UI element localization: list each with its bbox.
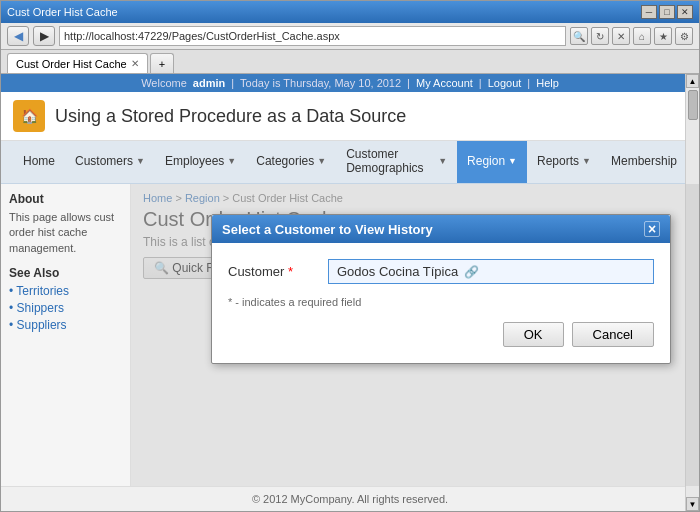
page-content: Welcome admin | Today is Thursday, May 1… <box>1 74 699 511</box>
nav-bar: Home Customers ▼ Employees ▼ Categories … <box>1 141 699 184</box>
site-header: 🏠 Using a Stored Procedure as a Data Sou… <box>1 92 699 141</box>
tab-close-button[interactable]: ✕ <box>131 58 139 69</box>
nav-customer-demographics[interactable]: Customer Demographics ▼ <box>336 141 457 183</box>
required-note: * - indicates a required field <box>228 296 654 308</box>
cancel-button[interactable]: Cancel <box>572 322 654 347</box>
dialog-buttons: OK Cancel <box>228 322 654 347</box>
forward-button[interactable]: ▶ <box>33 26 55 46</box>
title-bar-left: Cust Order Hist Cache <box>7 6 118 18</box>
customer-input[interactable]: Godos Cocina Típica 🔗 <box>328 259 654 284</box>
tab-label: Cust Order Hist Cache <box>16 58 127 70</box>
help-link[interactable]: Help <box>536 77 559 89</box>
main-area: Home > Region > Cust Order Hist Cache Cu… <box>131 184 699 486</box>
separator4: | <box>527 77 530 89</box>
customer-value: Godos Cocina Típica <box>337 264 458 279</box>
date-text: Today is Thursday, May 10, 2012 <box>240 77 401 89</box>
page-inner: Welcome admin | Today is Thursday, May 1… <box>1 74 699 511</box>
site-logo: 🏠 <box>13 100 45 132</box>
top-info-bar: Welcome admin | Today is Thursday, May 1… <box>1 74 699 92</box>
sidebar-about-section: About This page allows cust order hist c… <box>9 192 122 256</box>
region-arrow: ▼ <box>508 156 517 166</box>
browser-title: Cust Order Hist Cache <box>7 6 118 18</box>
sidebar-link-suppliers[interactable]: Suppliers <box>9 318 122 332</box>
dialog-header: Select a Customer to View History × <box>212 215 670 243</box>
employees-arrow: ▼ <box>227 156 236 166</box>
separator1: | <box>231 77 234 89</box>
title-bar: Cust Order Hist Cache ─ □ ✕ <box>1 1 699 23</box>
nav-reports[interactable]: Reports ▼ <box>527 141 601 183</box>
sidebar-link-territories[interactable]: Territories <box>9 284 122 298</box>
favorites-icon[interactable]: ★ <box>654 27 672 45</box>
reports-arrow: ▼ <box>582 156 591 166</box>
customer-label-text: Customer <box>228 264 284 279</box>
customer-label: Customer * <box>228 264 328 279</box>
refresh-icon[interactable]: ↻ <box>591 27 609 45</box>
content-area: About This page allows cust order hist c… <box>1 184 699 486</box>
customer-field: Customer * Godos Cocina Típica 🔗 <box>228 259 654 284</box>
nav-membership[interactable]: Membership <box>601 141 687 183</box>
sidebar: About This page allows cust order hist c… <box>1 184 131 486</box>
browser-tab[interactable]: Cust Order Hist Cache ✕ <box>7 53 148 73</box>
demographics-arrow: ▼ <box>438 156 447 166</box>
separator3: | <box>479 77 482 89</box>
nav-region[interactable]: Region ▼ <box>457 141 527 183</box>
customers-arrow: ▼ <box>136 156 145 166</box>
ok-button[interactable]: OK <box>503 322 564 347</box>
footer-text: © 2012 MyCompany. All rights reserved. <box>252 493 448 505</box>
dialog-close-button[interactable]: × <box>644 221 660 237</box>
address-bar[interactable]: http://localhost:47229/Pages/CustOrderHi… <box>59 26 566 46</box>
sidebar-see-also-title: See Also <box>9 266 122 280</box>
sidebar-about-text: This page allows cust order hist cache m… <box>9 210 122 256</box>
dialog-body: Customer * Godos Cocina Típica 🔗 * - ind… <box>212 243 670 363</box>
browser-window: Cust Order Hist Cache ─ □ ✕ ◀ ▶ http://l… <box>0 0 700 512</box>
nav-categories[interactable]: Categories ▼ <box>246 141 336 183</box>
search-icon[interactable]: 🔍 <box>570 27 588 45</box>
nav-employees[interactable]: Employees ▼ <box>155 141 246 183</box>
address-text: http://localhost:47229/Pages/CustOrderHi… <box>64 30 340 42</box>
tab-bar: Cust Order Hist Cache ✕ + <box>1 50 699 74</box>
sidebar-link-shippers[interactable]: Shippers <box>9 301 122 315</box>
home-nav-icon[interactable]: ⌂ <box>633 27 651 45</box>
select-customer-dialog: Select a Customer to View History × Cust… <box>211 214 671 364</box>
categories-arrow: ▼ <box>317 156 326 166</box>
link-icon[interactable]: 🔗 <box>464 265 479 279</box>
stop-icon[interactable]: ✕ <box>612 27 630 45</box>
sidebar-see-also-section: See Also Territories Shippers Suppliers <box>9 266 122 332</box>
logout-link[interactable]: Logout <box>488 77 522 89</box>
required-indicator: * <box>288 264 293 279</box>
dialog-title: Select a Customer to View History <box>222 222 433 237</box>
my-account-link[interactable]: My Account <box>416 77 473 89</box>
username: admin <box>193 77 225 89</box>
title-bar-buttons: ─ □ ✕ <box>641 5 693 19</box>
sidebar-about-title: About <box>9 192 122 206</box>
tools-icon[interactable]: ⚙ <box>675 27 693 45</box>
page-footer: © 2012 MyCompany. All rights reserved. <box>1 486 699 511</box>
toolbar-right: 🔍 ↻ ✕ ⌂ ★ ⚙ <box>570 27 693 45</box>
nav-customers[interactable]: Customers ▼ <box>65 141 155 183</box>
back-button[interactable]: ◀ <box>7 26 29 46</box>
welcome-text: Welcome <box>141 77 187 89</box>
nav-home[interactable]: Home <box>13 141 65 183</box>
new-tab-button[interactable]: + <box>150 53 174 73</box>
maximize-button[interactable]: □ <box>659 5 675 19</box>
close-button[interactable]: ✕ <box>677 5 693 19</box>
minimize-button[interactable]: ─ <box>641 5 657 19</box>
separator2: | <box>407 77 410 89</box>
site-title: Using a Stored Procedure as a Data Sourc… <box>55 106 406 127</box>
browser-toolbar: ◀ ▶ http://localhost:47229/Pages/CustOrd… <box>1 23 699 50</box>
